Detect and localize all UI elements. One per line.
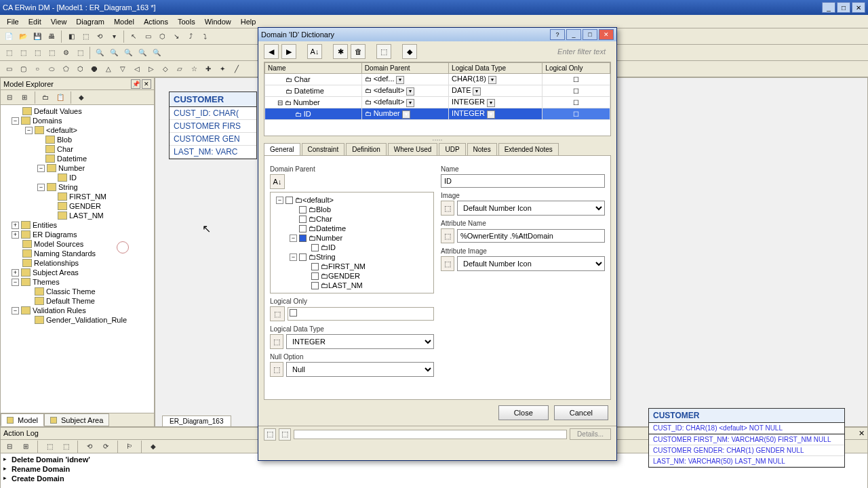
- shape-pentagon-icon[interactable]: ⬠: [60, 63, 72, 75]
- tool-icon[interactable]: 📋: [54, 92, 66, 104]
- close-icon[interactable]: ✕: [859, 429, 865, 438]
- dialog-titlebar[interactable]: Domain 'ID' Dictionary ? _ □ ✕: [258, 28, 616, 41]
- tree-item[interactable]: Default Values: [2, 106, 153, 116]
- tree-item[interactable]: Datetime: [2, 154, 153, 163]
- tab-extnotes[interactable]: Extended Notes: [498, 143, 559, 155]
- tree-item[interactable]: Gender_Validation_Rule: [2, 315, 153, 325]
- explorer-tree[interactable]: Default Values −Domains −<default> Blob …: [1, 105, 154, 413]
- domain-grid[interactable]: Name Domain Parent Logical Data Type Log…: [264, 62, 611, 136]
- tool-icon[interactable]: ⬚: [74, 47, 86, 59]
- delete-icon[interactable]: 🗑: [351, 44, 366, 59]
- tool-icon[interactable]: ⊟: [3, 441, 16, 453]
- tool-icon[interactable]: 🏳: [123, 441, 136, 453]
- menu-tools[interactable]: Tools: [174, 16, 199, 27]
- tool-icon[interactable]: ⬚: [31, 47, 43, 59]
- name-input[interactable]: [441, 174, 605, 188]
- zoom-icon[interactable]: 🔍: [151, 47, 163, 59]
- canvas-tab[interactable]: ER_Diagram_163: [162, 415, 231, 426]
- close-icon[interactable]: ✕: [852, 2, 865, 13]
- tab-definition[interactable]: Definition: [346, 143, 387, 155]
- tool-icon[interactable]: ⬚: [45, 47, 58, 59]
- collapse-icon[interactable]: ⊟: [3, 92, 16, 104]
- menu-help[interactable]: Help: [237, 16, 260, 27]
- zoom-in-icon[interactable]: 🔍: [94, 47, 106, 59]
- tree-item[interactable]: Default Theme: [2, 296, 153, 306]
- tool-icon[interactable]: ⬚: [60, 441, 72, 453]
- tab-general[interactable]: General: [264, 143, 300, 155]
- tree-item[interactable]: −Number: [2, 163, 153, 173]
- maximize-icon[interactable]: □: [583, 29, 597, 40]
- menubar[interactable]: File Edit View Diagram Model Actions Too…: [0, 15, 868, 28]
- tool-icon[interactable]: ⊞: [20, 441, 32, 453]
- zoom-out-icon[interactable]: 🔍: [108, 47, 120, 59]
- tree-item[interactable]: FIRST_NM: [2, 192, 153, 201]
- splitter[interactable]: [258, 136, 616, 143]
- shape-burst-icon[interactable]: ✦: [216, 63, 229, 75]
- expand-icon[interactable]: ⊞: [18, 92, 31, 104]
- tree-item[interactable]: −Domains: [2, 116, 153, 125]
- tree-item[interactable]: +ER Diagrams: [2, 230, 153, 239]
- minimize-icon[interactable]: _: [566, 29, 581, 40]
- grid-row[interactable]: ⊟ 🗀 Number🗀 <default> ▾INTEGER ▾☐: [265, 97, 610, 108]
- filter-input[interactable]: Enter filter text: [420, 47, 611, 56]
- shape-diamond-icon[interactable]: ◇: [159, 63, 172, 75]
- shape-tri-icon[interactable]: ▷: [145, 63, 157, 75]
- zoom-icon[interactable]: 🔍: [136, 47, 149, 59]
- logical-only-checkbox[interactable]: [290, 309, 297, 317]
- tool-icon[interactable]: ⬚: [376, 44, 391, 59]
- tree-item[interactable]: GENDER: [2, 201, 153, 211]
- domain-parent-tree[interactable]: −🗀 <default> 🗀 Blob 🗀 Char 🗀 Datetime −🗀…: [270, 192, 434, 293]
- next-icon[interactable]: ▶: [281, 44, 296, 59]
- tab-model[interactable]: Model: [1, 413, 44, 426]
- inherit-icon[interactable]: ⬚: [441, 228, 454, 243]
- null-option-select[interactable]: Null: [286, 362, 434, 377]
- shape-cross-icon[interactable]: ✚: [202, 63, 214, 75]
- tree-item[interactable]: Classic Theme: [2, 287, 153, 296]
- menu-edit[interactable]: Edit: [24, 16, 45, 27]
- tool-icon[interactable]: ⟲: [94, 30, 106, 43]
- attr-image-select[interactable]: Default Number Icon: [457, 256, 605, 271]
- tool-icon[interactable]: ◆: [147, 441, 159, 453]
- sort-icon[interactable]: A↓: [270, 174, 285, 189]
- inherit-icon[interactable]: ⬚: [441, 256, 454, 271]
- tree-item[interactable]: +Entities: [2, 220, 153, 230]
- tool-icon[interactable]: ⚙: [60, 47, 72, 59]
- open-icon[interactable]: 📂: [17, 30, 29, 43]
- actionlog-item[interactable]: Create Domain: [2, 474, 866, 483]
- shape-line-icon[interactable]: ╱: [231, 63, 243, 75]
- tree-item[interactable]: +Subject Areas: [2, 268, 153, 277]
- tool-icon[interactable]: 🗀: [39, 92, 52, 104]
- shape-rect-icon[interactable]: ▭: [3, 63, 15, 75]
- minimize-icon[interactable]: _: [822, 2, 835, 13]
- tree-item[interactable]: −String: [2, 182, 153, 192]
- image-select[interactable]: Default Number Icon: [457, 201, 605, 216]
- entity-icon[interactable]: ▭: [142, 30, 154, 43]
- shape-star-icon[interactable]: ☆: [188, 63, 200, 75]
- tool-icon[interactable]: ⤴: [184, 30, 197, 43]
- menu-actions[interactable]: Actions: [140, 16, 172, 27]
- col-parent[interactable]: Domain Parent: [361, 63, 448, 74]
- tree-item[interactable]: −Themes: [2, 277, 153, 287]
- tool-icon[interactable]: ⬚: [43, 441, 56, 453]
- print-icon[interactable]: 🖶: [45, 30, 58, 43]
- tool-icon[interactable]: ⤵: [199, 30, 211, 43]
- tool-icon[interactable]: ⬚: [279, 428, 291, 441]
- shape-circle-icon[interactable]: ○: [31, 63, 43, 75]
- inherit-icon[interactable]: ⬚: [270, 334, 283, 349]
- tab-udp[interactable]: UDP: [439, 143, 465, 155]
- col-only[interactable]: Logical Only: [542, 63, 610, 74]
- maximize-icon[interactable]: □: [837, 2, 850, 13]
- tab-whereused[interactable]: Where Used: [388, 143, 438, 155]
- logical-datatype-select[interactable]: INTEGER: [286, 334, 434, 349]
- tool-icon[interactable]: ↘: [170, 30, 182, 43]
- menu-file[interactable]: File: [3, 16, 23, 27]
- tool-icon[interactable]: ⟲: [83, 441, 96, 453]
- attr-name-input[interactable]: [457, 229, 605, 243]
- shape-ellipse-icon[interactable]: ⬭: [45, 63, 58, 75]
- tool-icon[interactable]: ◆: [75, 92, 87, 104]
- tab-subjectarea[interactable]: Subject Area: [44, 413, 109, 426]
- tool-icon[interactable]: ⬡: [156, 30, 168, 43]
- tool-icon[interactable]: ⬚: [3, 47, 15, 59]
- shape-tri-icon[interactable]: △: [102, 63, 115, 75]
- tree-item[interactable]: ID: [2, 173, 153, 182]
